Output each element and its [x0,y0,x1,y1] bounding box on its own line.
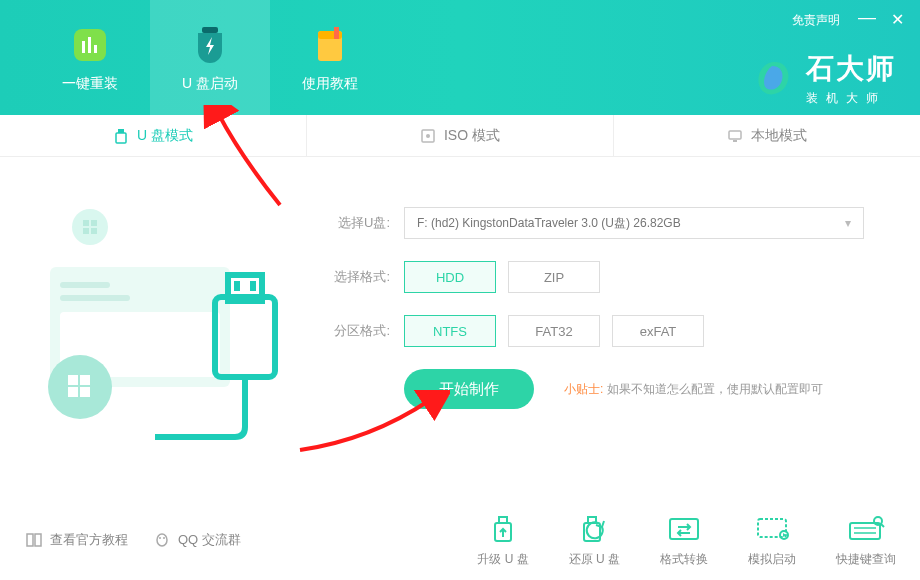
partition-opt-ntfs[interactable]: NTFS [404,315,496,347]
tool-upgrade[interactable]: 升级 U 盘 [477,513,528,568]
convert-icon [664,513,704,545]
footer: 查看官方教程 QQ 交流群 升级 U 盘 还原 U 盘 格式转换 模拟启动 快捷… [0,500,920,580]
qq-group-link[interactable]: QQ 交流群 [152,530,241,550]
svg-rect-17 [83,228,89,234]
shield-lightning-icon [188,23,232,67]
tip-body: 如果不知道怎么配置，使用默认配置即可 [607,382,823,396]
svg-rect-2 [88,37,91,53]
mode-label: 本地模式 [751,127,807,145]
mode-tabs: U 盘模式 ISO 模式 本地模式 [0,115,920,157]
partition-label: 分区格式: [320,322,390,340]
brand-title: 石大师 [806,50,896,88]
svg-rect-15 [83,220,89,226]
format-opt-hdd[interactable]: HDD [404,261,496,293]
tool-label: 格式转换 [660,551,708,568]
mode-tab-iso[interactable]: ISO 模式 [307,115,614,156]
tool-convert[interactable]: 格式转换 [660,513,708,568]
svg-point-11 [426,134,430,138]
nav-tab-tutorial[interactable]: 使用教程 [270,0,390,115]
usb-restore-icon [574,513,614,545]
tool-restore[interactable]: 还原 U 盘 [569,513,620,568]
brand: 石大师 装机大师 [754,50,896,107]
svg-point-14 [72,209,108,245]
mode-tab-local[interactable]: 本地模式 [614,115,920,156]
tool-label: 快捷键查询 [836,551,896,568]
svg-rect-31 [250,281,256,291]
svg-rect-4 [202,27,218,33]
tool-label: 还原 U 盘 [569,551,620,568]
official-tutorial-link[interactable]: 查看官方教程 [24,530,128,550]
usb-up-icon [483,513,523,545]
select-usb-label: 选择U盘: [320,214,390,232]
app-header: 一键重装 U 盘启动 使用教程 免责声明 — ✕ 石大师 装机大师 [0,0,920,115]
svg-rect-9 [116,133,126,143]
svg-rect-7 [334,27,339,39]
nav-tab-reinstall[interactable]: 一键重装 [30,0,150,115]
nav-tabs: 一键重装 U 盘启动 使用教程 [0,0,390,115]
mode-tab-usb[interactable]: U 盘模式 [0,115,307,156]
iso-icon [420,128,436,144]
svg-rect-24 [68,375,78,385]
book-icon [308,23,352,67]
monitor-play-icon [752,513,792,545]
svg-rect-39 [670,519,698,539]
svg-rect-27 [80,387,90,397]
disclaimer-link[interactable]: 免责声明 [792,12,840,29]
qq-icon [152,530,172,550]
chevron-down-icon: ▾ [845,216,851,230]
close-button[interactable]: ✕ [891,10,904,29]
nav-tab-label: U 盘启动 [182,75,238,93]
svg-rect-25 [80,375,90,385]
partition-opt-fat32[interactable]: FAT32 [508,315,600,347]
brand-subtitle: 装机大师 [806,90,896,107]
config-form: 选择U盘: F: (hd2) KingstonDataTraveler 3.0 … [300,187,900,447]
main-content: 选择U盘: F: (hd2) KingstonDataTraveler 3.0 … [0,157,920,447]
link-label: QQ 交流群 [178,531,241,549]
svg-point-32 [157,534,167,546]
svg-rect-42 [850,523,880,539]
tip-label: 小贴士: [564,382,603,396]
svg-rect-36 [499,517,507,523]
svg-rect-18 [91,228,97,234]
svg-rect-12 [729,131,741,139]
svg-rect-13 [733,140,737,142]
format-label: 选择格式: [320,268,390,286]
svg-rect-1 [82,41,85,53]
mode-label: ISO 模式 [444,127,500,145]
svg-rect-3 [94,45,97,53]
svg-rect-21 [60,295,130,301]
svg-rect-20 [60,282,110,288]
usb-select-value: F: (hd2) KingstonDataTraveler 3.0 (U盘) 2… [417,215,681,232]
partition-opt-exfat[interactable]: exFAT [612,315,704,347]
format-opt-zip[interactable]: ZIP [508,261,600,293]
start-button[interactable]: 开始制作 [404,369,534,409]
keyboard-search-icon [846,513,886,545]
usb-icon [113,128,129,144]
minimize-button[interactable]: — [858,12,876,22]
tool-label: 模拟启动 [748,551,796,568]
tip-text: 小贴士: 如果不知道怎么配置，使用默认配置即可 [564,381,823,398]
usb-select[interactable]: F: (hd2) KingstonDataTraveler 3.0 (U盘) 2… [404,207,864,239]
usb-illustration [20,187,300,447]
nav-tab-label: 一键重装 [62,75,118,93]
nav-tab-usb-boot[interactable]: U 盘启动 [150,0,270,115]
link-label: 查看官方教程 [50,531,128,549]
tool-simulate[interactable]: 模拟启动 [748,513,796,568]
footer-tools: 升级 U 盘 还原 U 盘 格式转换 模拟启动 快捷键查询 [477,513,896,568]
svg-rect-26 [68,387,78,397]
svg-rect-30 [234,281,240,291]
tool-label: 升级 U 盘 [477,551,528,568]
svg-rect-16 [91,220,97,226]
svg-point-33 [159,537,161,539]
monitor-icon [727,128,743,144]
svg-line-46 [881,524,884,527]
tool-hotkey[interactable]: 快捷键查询 [836,513,896,568]
svg-point-34 [163,537,165,539]
book-open-icon [24,530,44,550]
mode-label: U 盘模式 [137,127,193,145]
chart-icon [68,23,112,67]
nav-tab-label: 使用教程 [302,75,358,93]
brand-logo-icon [754,58,796,100]
svg-rect-40 [758,519,786,537]
